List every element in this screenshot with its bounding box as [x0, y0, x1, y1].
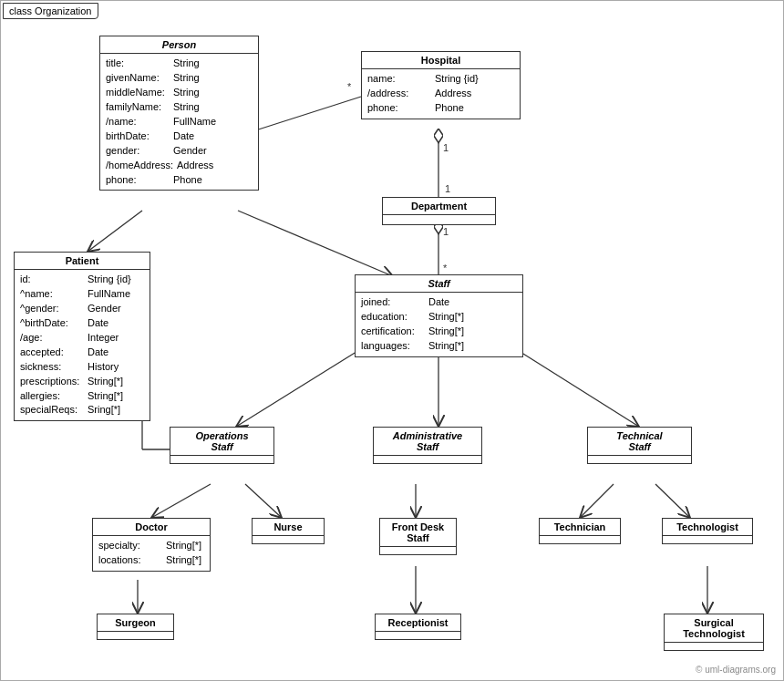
staff-title: Staff	[356, 275, 522, 293]
receptionist-box: Receptionist	[375, 614, 461, 640]
person-body: title:String givenName:String middleName…	[100, 54, 258, 190]
surgeon-box: Surgeon	[97, 614, 174, 640]
surgeon-title: Surgeon	[98, 614, 173, 632]
doctor-box: Doctor specialty:String[*] locations:Str…	[92, 518, 211, 572]
svg-line-14	[580, 484, 614, 518]
department-box: Department	[382, 197, 496, 225]
surgical-technologist-box: Surgical Technologist	[664, 614, 764, 651]
svg-line-15	[655, 484, 690, 518]
front-desk-staff-title: Front Desk Staff	[380, 519, 456, 547]
nurse-box: Nurse	[252, 518, 325, 544]
administrative-staff-box: Administrative Staff	[373, 427, 482, 464]
hospital-body: name:String {id} /address:Address phone:…	[362, 69, 520, 119]
receptionist-title: Receptionist	[376, 614, 460, 632]
patient-body: id:String {id} ^name:FullName ^gender:Ge…	[15, 270, 150, 420]
hospital-title: Hospital	[362, 52, 520, 69]
svg-line-11	[151, 484, 211, 518]
technician-box: Technician	[539, 518, 621, 544]
front-desk-staff-box: Front Desk Staff	[379, 518, 457, 555]
staff-body: joined:Date education:String[*] certific…	[356, 293, 522, 356]
patient-title: Patient	[15, 253, 150, 270]
technician-title: Technician	[540, 519, 620, 536]
svg-line-4	[88, 211, 142, 252]
svg-text:1: 1	[443, 226, 449, 237]
svg-line-1	[247, 97, 361, 133]
technologist-box: Technologist	[662, 518, 753, 544]
technical-staff-box: Technical Staff	[587, 427, 692, 464]
nurse-title: Nurse	[253, 519, 324, 536]
doctor-title: Doctor	[93, 519, 210, 536]
surgical-technologist-title: Surgical Technologist	[665, 614, 763, 643]
hospital-box: Hospital name:String {id} /address:Addre…	[361, 51, 521, 119]
svg-text:*: *	[347, 81, 352, 92]
doctor-body: specialty:String[*] locations:String[*]	[93, 536, 210, 571]
diagram-container: class Organization	[0, 0, 784, 681]
svg-line-5	[238, 211, 393, 276]
patient-box: Patient id:String {id} ^name:FullName ^g…	[14, 252, 150, 421]
svg-text:1: 1	[443, 142, 449, 153]
administrative-staff-title: Administrative Staff	[374, 428, 481, 456]
diagram-title: class Organization	[3, 3, 98, 19]
svg-text:1: 1	[445, 183, 450, 194]
department-title: Department	[383, 198, 495, 215]
operations-staff-box: Operations Staff	[170, 427, 274, 464]
watermark: © uml-diagrams.org	[696, 665, 776, 675]
person-box: Person title:String givenName:String mid…	[99, 36, 259, 191]
operations-staff-title: Operations Staff	[170, 428, 273, 456]
staff-box: Staff joined:Date education:String[*] ce…	[355, 274, 523, 357]
technologist-title: Technologist	[663, 519, 752, 536]
technical-staff-title: Technical Staff	[588, 428, 691, 456]
svg-line-12	[245, 484, 282, 518]
person-title: Person	[100, 36, 258, 54]
svg-text:*: *	[443, 263, 448, 273]
department-body	[383, 215, 495, 224]
